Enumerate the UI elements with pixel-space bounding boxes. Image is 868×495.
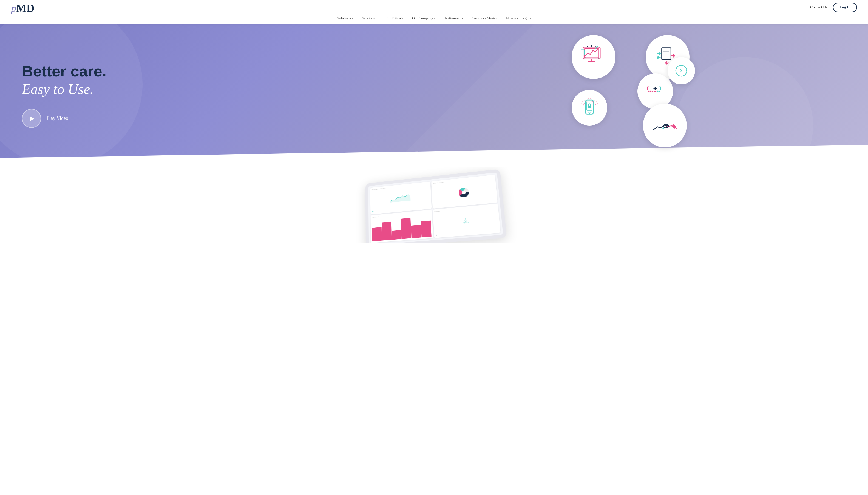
svg-line-8: [596, 46, 596, 47]
nav-services[interactable]: Services ▾: [362, 16, 377, 20]
svg-rect-16: [655, 87, 656, 90]
nav-our-company[interactable]: Our Company ▾: [412, 16, 436, 20]
main-nav: Solutions ▾ Services ▾ For Patients Our …: [0, 13, 868, 24]
bar-6: [421, 221, 431, 237]
mobile-security-icon-circle: [572, 90, 607, 125]
tablet-device: Monthly Revenue $↑ Detail Report: [365, 169, 507, 243]
charges-chart: [372, 213, 431, 241]
detail-report-card: Detail Report: [431, 175, 498, 209]
tablet-mockup-area: Monthly Revenue $↑ Detail Report: [0, 167, 868, 243]
play-video-label: Play Video: [47, 115, 68, 121]
login-button[interactable]: Log In: [833, 3, 857, 12]
svg-text:$: $: [680, 69, 682, 73]
logo[interactable]: pMD: [11, 3, 35, 14]
nav-solutions[interactable]: Solutions ▾: [337, 16, 353, 20]
nav-customer-stories[interactable]: Customer Stories: [472, 16, 497, 20]
bar-5: [411, 225, 421, 238]
play-video-button[interactable]: ▶: [22, 109, 41, 128]
bottom-section: Monthly Revenue $↑ Detail Report: [0, 167, 868, 243]
nav-news-insights[interactable]: News & Insights: [506, 16, 531, 20]
hero-content: Better care. Easy to Use. ▶ Play Video: [0, 46, 391, 144]
svg-line-7: [587, 46, 588, 47]
analytics-icon-circle: [572, 35, 615, 79]
hero-icons-area: $: [391, 30, 868, 161]
header: pMD Contact Us Log In Solutions ▾ Servic…: [0, 0, 868, 24]
charges-card: Charges: [370, 210, 433, 243]
svg-point-23: [663, 127, 664, 129]
services-dropdown-arrow: ▾: [375, 17, 377, 20]
handshake-icon-circle: [643, 104, 687, 148]
nav-for-patients[interactable]: For Patients: [386, 16, 403, 20]
monthly-revenue-label: Monthly Revenue: [372, 183, 429, 190]
hero-section: Better care. Easy to Use. ▶ Play Video: [0, 24, 868, 167]
icons-cluster: $: [563, 35, 695, 156]
svg-rect-29: [464, 222, 468, 223]
monthly-revenue-card: Monthly Revenue $↑: [370, 182, 431, 214]
tablet-screen: Monthly Revenue $↑ Detail Report: [368, 172, 503, 243]
export-card: Export $: [432, 204, 500, 238]
bar-2: [381, 222, 392, 240]
logo-p: p: [11, 2, 16, 14]
dollar-cycle-icon-circle: $: [668, 57, 695, 84]
play-area: ▶ Play Video: [22, 109, 374, 128]
monthly-revenue-chart: [372, 191, 429, 204]
svg-rect-20: [588, 105, 591, 108]
bar-1: [372, 227, 381, 241]
bar-3: [392, 230, 402, 240]
bar-4: [401, 218, 411, 239]
header-top: pMD Contact Us Log In: [0, 0, 868, 13]
play-icon: ▶: [30, 115, 35, 122]
logo-md: MD: [16, 2, 35, 14]
solutions-dropdown-arrow: ▾: [352, 17, 353, 20]
hero-title-italic: Easy to Use.: [22, 81, 374, 98]
our-company-dropdown-arrow: ▾: [434, 17, 436, 20]
svg-point-21: [589, 112, 591, 114]
contact-us-link[interactable]: Contact Us: [810, 5, 828, 10]
hero-title-bold: Better care.: [22, 63, 374, 80]
nav-testimonials[interactable]: Testimonials: [444, 16, 463, 20]
svg-rect-11: [662, 48, 671, 59]
